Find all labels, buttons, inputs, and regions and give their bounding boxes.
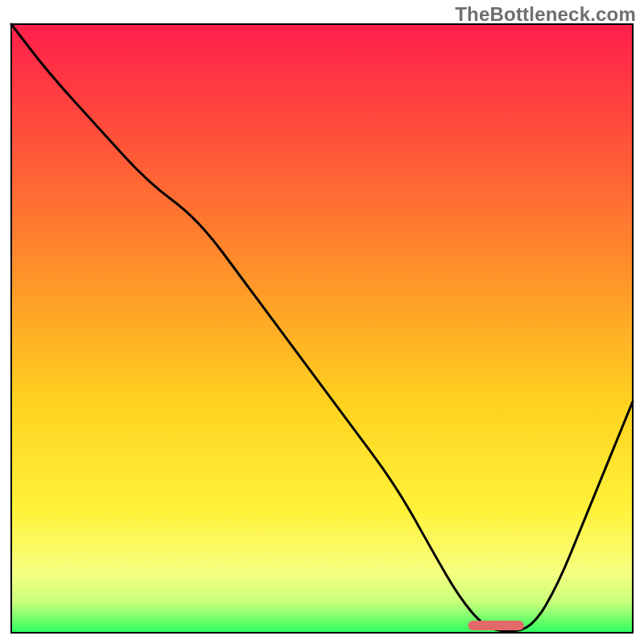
chart-container: TheBottleneck.com <box>0 0 644 644</box>
watermark-text: TheBottleneck.com <box>455 3 636 26</box>
bottleneck-chart <box>0 0 644 644</box>
gradient-background <box>11 24 633 633</box>
sweet-spot-marker <box>468 621 523 630</box>
